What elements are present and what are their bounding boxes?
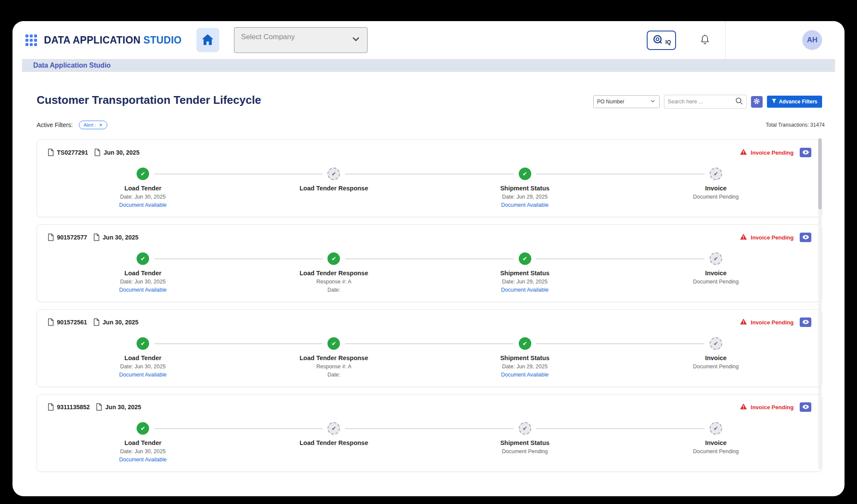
step-details: Document Pending xyxy=(693,277,739,285)
step-details: Date: Jun 29, 2025Document Available xyxy=(501,361,548,378)
step-subtext: Date: Jun 30, 2025 xyxy=(120,279,166,285)
step-status-icon: ✔ xyxy=(710,337,722,350)
timeline-step: ✔ Invoice Document Pending xyxy=(620,168,811,208)
document-icon xyxy=(47,149,54,156)
tender-date: Jun 30, 2025 xyxy=(105,404,141,411)
step-status-icon: ✔ xyxy=(519,252,531,265)
apps-grid-icon[interactable] xyxy=(25,34,37,46)
tender-id: 901572577 xyxy=(57,234,87,241)
document-link[interactable]: Document Available xyxy=(501,287,548,293)
view-details-button[interactable] xyxy=(800,402,811,412)
scrollbar[interactable] xyxy=(818,138,822,469)
eye-icon xyxy=(802,319,809,326)
timeline-step: ✔ Invoice Document Pending xyxy=(620,422,811,463)
toolbar: PO Number xyxy=(593,95,822,109)
top-header: DATA APPLICATION STUDIO Select Company I… xyxy=(12,21,845,59)
document-link[interactable]: Document Available xyxy=(119,457,166,463)
step-status-icon: ✔ xyxy=(137,168,149,180)
avatar[interactable]: AH xyxy=(802,30,822,50)
document-icon xyxy=(47,403,54,411)
status-badge: Invoice Pending xyxy=(751,404,794,411)
document-link[interactable]: Document Available xyxy=(119,202,166,208)
step-name: Load Tender Response xyxy=(299,270,368,277)
settings-button[interactable] xyxy=(751,96,763,108)
timeline-step: ✔ Invoice Document Pending xyxy=(620,337,811,378)
iq-logo-icon xyxy=(652,34,663,47)
search-icon[interactable] xyxy=(735,97,743,106)
step-subtext: Date: Jun 29, 2025 xyxy=(502,194,548,200)
step-name: Shipment Status xyxy=(500,355,549,361)
header-divider xyxy=(725,21,726,59)
document-link[interactable]: Document Available xyxy=(501,372,548,378)
company-select[interactable]: Select Company xyxy=(234,27,368,53)
step-subtext: Response #: A xyxy=(316,279,351,285)
timeline-step: ✔ Load Tender Date: Jun 30, 2025Document… xyxy=(47,252,238,293)
advance-filters-label: Advance Filters xyxy=(779,99,817,105)
bell-icon xyxy=(700,34,710,46)
scrollbar-thumb[interactable] xyxy=(818,138,822,209)
tender-card-header: TS0277291 Jun 30, 2025 Invoice Pending xyxy=(47,148,811,157)
timeline: ✔ Load Tender Date: Jun 30, 2025Document… xyxy=(47,337,811,378)
search-input[interactable] xyxy=(668,99,735,105)
timeline: ✔ Load Tender Date: Jun 30, 2025Document… xyxy=(47,168,811,208)
step-name: Load Tender xyxy=(125,439,162,446)
view-details-button[interactable] xyxy=(800,233,811,242)
step-status-icon: ✔ xyxy=(137,252,149,265)
step-name: Load Tender Response xyxy=(299,185,368,192)
step-details: Date: Jun 30, 2025Document Available xyxy=(119,192,166,208)
remove-chip-icon[interactable]: × xyxy=(99,122,103,128)
content-region: Data Application Studio Customer Transpo… xyxy=(22,59,835,485)
step-name: Load Tender Response xyxy=(299,439,368,446)
eye-icon xyxy=(802,234,809,241)
brand-primary: DATA APPLICATION xyxy=(44,34,140,46)
view-details-button[interactable] xyxy=(800,148,811,157)
tender-date: Jun 30, 2025 xyxy=(103,234,138,241)
view-details-button[interactable] xyxy=(800,317,811,327)
filter-funnel-icon xyxy=(772,99,776,105)
document-link[interactable]: Document Available xyxy=(501,202,548,208)
step-status-icon: ✔ xyxy=(710,422,722,435)
step-name: Load Tender xyxy=(125,270,162,277)
eye-icon xyxy=(802,149,809,156)
chevron-down-icon xyxy=(650,98,656,106)
po-number-select[interactable]: PO Number xyxy=(593,95,660,108)
notifications-button[interactable] xyxy=(700,34,710,46)
step-details: Document Pending xyxy=(693,446,739,454)
chevron-down-icon xyxy=(351,28,361,47)
step-subtext: Date: Jun 30, 2025 xyxy=(120,448,166,454)
tender-card-header: 9311135852 Jun 30, 2025 Invoice Pending xyxy=(47,402,811,412)
search-box xyxy=(664,95,747,109)
step-subtext: Date: Jun 29, 2025 xyxy=(502,364,548,370)
step-subtext: Date: Jun 30, 2025 xyxy=(120,194,166,200)
step-name: Load Tender xyxy=(125,185,162,192)
calendar-document-icon xyxy=(96,403,102,411)
step-details: Document Pending xyxy=(693,192,739,200)
step-subtext: Document Pending xyxy=(693,279,739,285)
document-link[interactable]: Document Available xyxy=(119,287,166,293)
calendar-document-icon xyxy=(93,318,100,326)
advance-filters-button[interactable]: Advance Filters xyxy=(767,96,822,108)
timeline-step: ✔ Load Tender Response Response #: ADate… xyxy=(238,337,429,378)
timeline: ✔ Load Tender Date: Jun 30, 2025Document… xyxy=(47,252,811,293)
filter-chip-alert[interactable]: Alert : × xyxy=(79,121,107,129)
po-number-select-value: PO Number xyxy=(597,99,624,105)
home-button[interactable] xyxy=(196,28,219,52)
document-link[interactable]: Document Available xyxy=(119,372,166,378)
step-status-icon: ✔ xyxy=(519,168,531,180)
step-status-icon: ✔ xyxy=(327,252,340,265)
step-subtext: Response #: A xyxy=(316,364,351,370)
step-name: Shipment Status xyxy=(500,270,549,277)
iq-button[interactable]: IQ xyxy=(647,31,676,50)
document-icon xyxy=(47,318,54,326)
company-select-placeholder: Select Company xyxy=(241,33,295,41)
page-body: Customer Transportation Tender Lifecycle… xyxy=(22,93,835,485)
gear-icon xyxy=(753,98,760,106)
step-subtext: Document Pending xyxy=(502,448,548,454)
step-status-icon: ✔ xyxy=(710,252,722,265)
warning-icon xyxy=(740,149,747,157)
status-badge: Invoice Pending xyxy=(751,149,794,156)
step-subtext: Date: Jun 29, 2025 xyxy=(502,279,548,285)
calendar-document-icon xyxy=(93,233,100,241)
tender-card-header: 901572561 Jun 30, 2025 Invoice Pending xyxy=(47,317,811,327)
home-icon xyxy=(201,34,214,47)
